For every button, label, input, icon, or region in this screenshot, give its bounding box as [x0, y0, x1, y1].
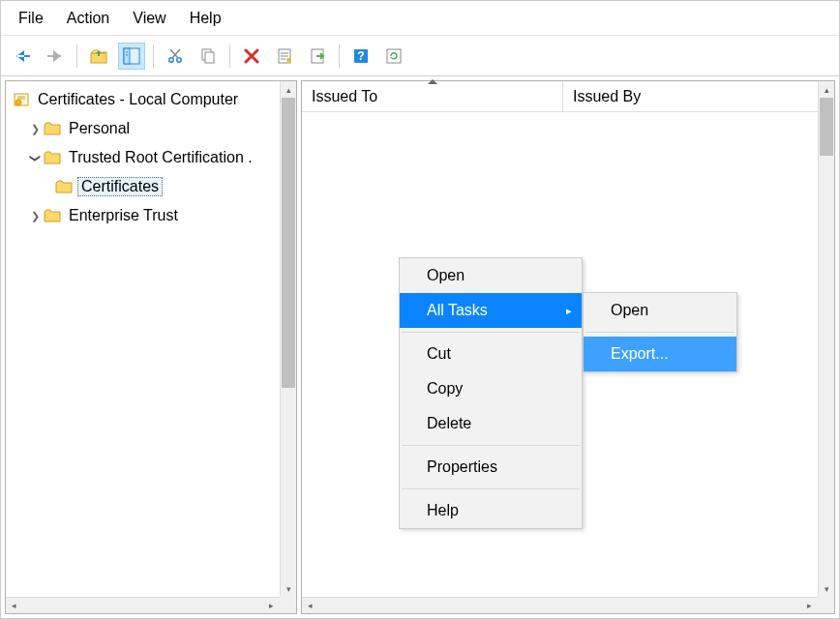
svg-text:?: ?	[357, 49, 364, 63]
submenu-open[interactable]: Open	[584, 293, 736, 328]
column-issued-by[interactable]: Issued By	[563, 81, 834, 111]
list-horizontal-scrollbar[interactable]: ◂ ▸	[302, 597, 818, 613]
help-icon: ?	[352, 47, 370, 65]
list-panel: Issued To Issued By Open All Tasks ▸ Cut…	[301, 80, 835, 614]
folder-icon	[43, 119, 62, 138]
tree-vertical-scrollbar[interactable]: ▴ ▾	[280, 81, 296, 597]
scroll-right-arrow-icon[interactable]: ▸	[263, 598, 280, 613]
tree-panel: Certificates - Local Computer ❯ Personal…	[5, 80, 297, 614]
menu-bar: File Action View Help	[1, 1, 839, 36]
refresh-button[interactable]	[380, 43, 407, 70]
folder-icon	[54, 177, 74, 196]
context-menu-delete[interactable]: Delete	[400, 406, 582, 441]
context-menu-help[interactable]: Help	[400, 493, 582, 528]
tree-node-label: Personal	[66, 119, 133, 138]
export-sheet-icon	[309, 47, 326, 65]
scroll-left-arrow-icon[interactable]: ◂	[6, 598, 22, 613]
tree-node-trusted-root[interactable]: ❯ Trusted Root Certification .	[6, 143, 296, 172]
list-vertical-scrollbar[interactable]: ▴ ▾	[818, 81, 834, 597]
scrollbar-thumb[interactable]	[820, 98, 833, 156]
context-submenu: Open Export...	[583, 292, 737, 372]
folder-icon	[43, 206, 62, 225]
menu-separator	[402, 332, 580, 333]
svg-rect-19	[387, 49, 401, 63]
tree-node-label: Trusted Root Certification .	[66, 148, 255, 167]
tree-root-label: Certificates - Local Computer	[35, 90, 241, 109]
tree-root[interactable]: Certificates - Local Computer	[6, 85, 296, 114]
tree-node-label: Enterprise Trust	[66, 206, 181, 225]
copy-icon	[199, 47, 217, 65]
expander-icon[interactable]: ❯	[27, 210, 43, 222]
list-header: Issued To Issued By	[302, 81, 834, 112]
svg-point-21	[15, 100, 21, 105]
show-hide-tree-button[interactable]	[118, 43, 145, 70]
expander-icon[interactable]: ❯	[29, 150, 42, 165]
delete-button[interactable]	[238, 43, 265, 70]
menu-view[interactable]: View	[123, 4, 175, 33]
tree-body: Certificates - Local Computer ❯ Personal…	[6, 81, 296, 613]
certificates-root-icon	[12, 90, 31, 109]
copy-button[interactable]	[195, 43, 222, 70]
toolbar-separator	[153, 44, 154, 68]
menu-action[interactable]: Action	[57, 4, 119, 33]
toolbar-separator	[229, 44, 230, 68]
list-body[interactable]: Open All Tasks ▸ Cut Copy Delete Propert…	[302, 112, 834, 613]
submenu-export[interactable]: Export...	[584, 337, 736, 371]
scroll-down-arrow-icon[interactable]: ▾	[819, 580, 834, 597]
scrollbar-corner	[818, 597, 834, 613]
context-menu-properties[interactable]: Properties	[400, 450, 582, 485]
back-button[interactable]	[9, 43, 36, 70]
help-button[interactable]: ?	[347, 43, 375, 70]
scroll-up-arrow-icon[interactable]: ▴	[281, 81, 296, 98]
context-menu-all-tasks-label: All Tasks	[427, 302, 488, 319]
scroll-up-arrow-icon[interactable]: ▴	[819, 81, 834, 98]
content-area: Certificates - Local Computer ❯ Personal…	[1, 76, 839, 618]
context-menu-cut[interactable]: Cut	[400, 337, 582, 371]
delete-x-icon	[243, 47, 260, 65]
context-menu-all-tasks[interactable]: All Tasks ▸	[400, 293, 582, 328]
scroll-left-arrow-icon[interactable]: ◂	[302, 598, 318, 613]
toolbar: ?	[1, 36, 839, 76]
scrollbar-thumb[interactable]	[282, 98, 295, 388]
tree-node-enterprise-trust[interactable]: ❯ Enterprise Trust	[6, 201, 296, 230]
cut-button[interactable]	[162, 43, 189, 70]
menu-separator	[585, 332, 735, 333]
svg-point-15	[286, 58, 290, 62]
properties-sheet-icon	[276, 47, 293, 65]
scrollbar-corner	[280, 597, 296, 613]
svg-rect-10	[205, 52, 214, 63]
context-menu-copy[interactable]: Copy	[400, 371, 582, 406]
context-menu: Open All Tasks ▸ Cut Copy Delete Propert…	[399, 257, 583, 529]
scroll-down-arrow-icon[interactable]: ▾	[281, 580, 296, 597]
scroll-right-arrow-icon[interactable]: ▸	[801, 598, 818, 613]
properties-button[interactable]	[271, 43, 298, 70]
toolbar-separator	[76, 44, 77, 68]
forward-arrow-icon	[45, 48, 65, 64]
tree-pane-icon	[123, 47, 140, 65]
toolbar-separator	[339, 44, 340, 68]
up-one-level-button[interactable]	[85, 43, 112, 70]
menu-separator	[402, 488, 580, 489]
export-button[interactable]	[304, 43, 331, 70]
menu-help[interactable]: Help	[180, 4, 231, 33]
back-arrow-icon	[13, 48, 32, 64]
tree-node-personal[interactable]: ❯ Personal	[6, 114, 296, 143]
context-menu-open[interactable]: Open	[400, 258, 582, 293]
scissors-icon	[166, 47, 184, 65]
folder-up-icon	[89, 47, 108, 65]
submenu-arrow-icon: ▸	[566, 305, 572, 317]
refresh-list-icon	[385, 47, 403, 65]
forward-button[interactable]	[42, 43, 69, 70]
svg-rect-2	[124, 48, 130, 64]
menu-file[interactable]: File	[9, 4, 53, 33]
column-issued-to[interactable]: Issued To	[302, 81, 563, 111]
tree-node-certificates[interactable]: Certificates	[6, 172, 296, 201]
expander-icon[interactable]: ❯	[27, 123, 43, 135]
folder-icon	[43, 148, 62, 167]
tree-horizontal-scrollbar[interactable]: ◂ ▸	[6, 597, 280, 613]
tree-node-label: Certificates	[77, 177, 163, 196]
menu-separator	[402, 445, 580, 446]
